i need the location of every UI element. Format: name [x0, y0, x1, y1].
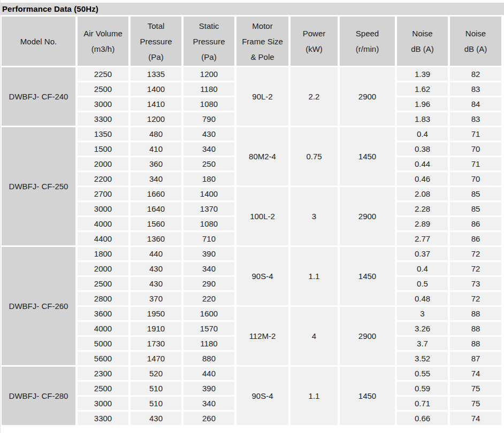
- cell-noise-1: 0.55: [397, 367, 448, 380]
- cell-noise-1: 0.59: [397, 382, 448, 395]
- table-row: 3600 1950 1600 112M-2 4 2900 3 88: [2, 307, 501, 320]
- table-row: DWBFJ- CF-260 1800 440 390 90S-4 1.1 145…: [2, 247, 501, 260]
- cell-noise-1: 1.83: [397, 112, 448, 126]
- cell-static-pressure: 250: [184, 157, 234, 171]
- cell-total-pressure: 1640: [131, 202, 181, 215]
- cell-static-pressure: 430: [184, 127, 234, 141]
- cell-total-pressure: 1910: [131, 322, 181, 335]
- performance-table: Model No. Air Volume (m3/h) Total Pressu…: [0, 15, 503, 427]
- cell-noise-1: 0.46: [397, 172, 448, 185]
- cell-static-pressure: 440: [184, 367, 234, 380]
- cell-air-volume: 4000: [78, 217, 128, 230]
- cell-air-volume: 3300: [78, 112, 128, 126]
- cell-speed: 2900: [340, 307, 395, 365]
- cell-air-volume: 1800: [78, 247, 128, 260]
- cell-total-pressure: 440: [131, 247, 181, 260]
- cell-static-pressure: 1200: [184, 67, 234, 81]
- col-header-power: Power (kW): [291, 17, 338, 66]
- cell-noise-1: 3.7: [397, 337, 448, 350]
- cell-air-volume: 2700: [78, 187, 128, 200]
- cell-noise-2: 88: [450, 322, 501, 335]
- cell-total-pressure: 1950: [131, 307, 181, 320]
- cell-total-pressure: 510: [131, 382, 181, 395]
- col-header-static-pressure: Static Pressure (Pa): [184, 17, 234, 66]
- cell-air-volume: 1500: [78, 142, 128, 156]
- cell-motor-frame: 100L-2: [236, 187, 288, 245]
- cell-speed: 1450: [340, 247, 395, 305]
- page-title: Performance Data (50Hz): [1, 4, 98, 13]
- cell-noise-2: 72: [450, 262, 501, 275]
- cell-static-pressure: 1600: [184, 307, 234, 320]
- cell-noise-1: 3: [397, 307, 448, 320]
- cell-noise-1: 0.71: [397, 397, 448, 410]
- col-header-noise-2: Noise dB (A): [450, 17, 501, 66]
- cell-noise-2: 72: [450, 247, 501, 260]
- model-cell: DWBFJ- CF-240: [2, 67, 75, 126]
- cell-power: 3: [291, 187, 338, 245]
- cell-air-volume: 5000: [78, 337, 128, 350]
- cell-motor-frame: 90S-4: [236, 247, 288, 305]
- cell-power: 0.75: [291, 127, 338, 185]
- cell-noise-1: 0.44: [397, 157, 448, 171]
- cell-noise-2: 83: [450, 82, 501, 96]
- cell-noise-1: 2.28: [397, 202, 448, 215]
- cell-static-pressure: 1570: [184, 322, 234, 335]
- cell-total-pressure: 360: [131, 157, 181, 171]
- cell-air-volume: 1350: [78, 127, 128, 141]
- cell-noise-1: 3.26: [397, 322, 448, 335]
- cell-static-pressure: 180: [184, 172, 234, 185]
- table-row: DWBFJ- CF-240 2250 1335 1200 90L-2 2.2 2…: [2, 67, 501, 81]
- col-header-noise-1: Noise dB (A): [397, 17, 448, 66]
- cell-motor-frame: 90S-4: [236, 367, 288, 425]
- cell-noise-1: 0.4: [397, 262, 448, 275]
- col-header-air-volume: Air Volume (m3/h): [78, 17, 128, 66]
- model-cell: DWBFJ- CF-260: [2, 247, 75, 365]
- cell-motor-frame: 90L-2: [236, 67, 288, 126]
- cell-air-volume: 2000: [78, 262, 128, 275]
- cell-total-pressure: 480: [131, 127, 181, 141]
- cell-static-pressure: 340: [184, 262, 234, 275]
- cell-total-pressure: 430: [131, 412, 181, 425]
- cell-noise-1: 0.4: [397, 127, 448, 141]
- cell-noise-2: 70: [450, 142, 501, 156]
- performance-data-page: Performance Data (50Hz) Model No. Air Vo…: [0, 0, 504, 433]
- cell-static-pressure: 1400: [184, 187, 234, 200]
- cell-noise-2: 74: [450, 412, 501, 425]
- cell-static-pressure: 1370: [184, 202, 234, 215]
- cell-noise-1: 2.77: [397, 232, 448, 245]
- cell-noise-2: 82: [450, 67, 501, 81]
- cell-noise-1: 0.37: [397, 247, 448, 260]
- cell-static-pressure: 260: [184, 412, 234, 425]
- cell-static-pressure: 340: [184, 397, 234, 410]
- cell-air-volume: 3600: [78, 307, 128, 320]
- cell-noise-1: 0.38: [397, 142, 448, 156]
- col-header-model-no: Model No.: [2, 17, 75, 66]
- cell-air-volume: 2300: [78, 367, 128, 380]
- cell-noise-2: 86: [450, 217, 501, 230]
- header-row: Model No. Air Volume (m3/h) Total Pressu…: [2, 17, 501, 66]
- cell-total-pressure: 430: [131, 277, 181, 290]
- cell-noise-2: 72: [450, 292, 501, 305]
- cell-noise-2: 85: [450, 187, 501, 200]
- cell-static-pressure: 710: [184, 232, 234, 245]
- cell-static-pressure: 340: [184, 142, 234, 156]
- cell-noise-1: 0.66: [397, 412, 448, 425]
- cell-noise-2: 75: [450, 397, 501, 410]
- cell-noise-2: 70: [450, 172, 501, 185]
- cell-power: 2.2: [291, 67, 338, 126]
- cell-total-pressure: 340: [131, 172, 181, 185]
- cell-static-pressure: 1180: [184, 82, 234, 96]
- cell-noise-2: 85: [450, 202, 501, 215]
- cell-total-pressure: 1360: [131, 232, 181, 245]
- cell-noise-2: 83: [450, 112, 501, 126]
- cell-noise-1: 0.5: [397, 277, 448, 290]
- cell-total-pressure: 520: [131, 367, 181, 380]
- col-header-speed: Speed (r/min): [340, 17, 395, 66]
- cell-air-volume: 3000: [78, 202, 128, 215]
- cell-air-volume: 2800: [78, 292, 128, 305]
- cell-noise-2: 84: [450, 97, 501, 111]
- cell-noise-1: 2.08: [397, 187, 448, 200]
- cell-static-pressure: 1080: [184, 217, 234, 230]
- cell-noise-2: 71: [450, 157, 501, 171]
- cell-speed: 1450: [340, 367, 395, 425]
